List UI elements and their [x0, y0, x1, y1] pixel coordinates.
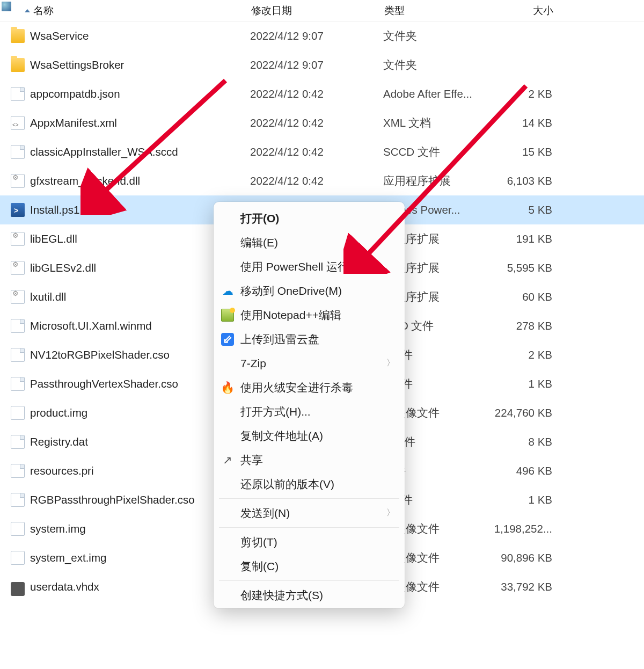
menu-share[interactable]: ↗共享: [214, 448, 405, 472]
column-header-row: 名称 修改日期 类型 大小: [0, 0, 644, 21]
file-icon: [11, 493, 25, 507]
menu-restore[interactable]: 还原以前的版本(V): [214, 472, 405, 496]
file-size: 5 KB: [488, 203, 558, 216]
file-size: 191 KB: [488, 232, 558, 245]
file-name: gfxstream_backend.dll: [30, 174, 250, 187]
menu-shortcut[interactable]: 创建快捷方式(S): [214, 583, 405, 607]
gear-icon: [11, 261, 25, 275]
img-icon: [11, 551, 25, 565]
menu-separator: [219, 580, 399, 581]
menu-notepadpp[interactable]: 使用Notepad++编辑: [214, 303, 405, 327]
file-icon: [11, 464, 25, 478]
file-row[interactable]: appcompatdb.json2022/4/12 0:42Adobe Afte…: [0, 79, 644, 108]
file-size: 90,896 KB: [488, 551, 558, 564]
file-size: 1 KB: [488, 377, 558, 390]
menu-openwith[interactable]: 打开方式(H)...: [214, 399, 405, 424]
file-name: WsaService: [30, 30, 250, 42]
column-date[interactable]: 修改日期: [251, 4, 384, 18]
xunlei-icon: ⇙: [221, 333, 234, 346]
file-size: 2 KB: [488, 348, 558, 361]
file-row[interactable]: WsaSettingsBroker2022/4/12 9:07文件夹: [0, 50, 644, 79]
file-date: 2022/4/12 0:42: [250, 146, 383, 158]
menu-copyaddr[interactable]: 复制文件地址(A): [214, 424, 405, 448]
file-row[interactable]: gfxstream_backend.dll2022/4/12 0:42应用程序扩…: [0, 166, 644, 195]
folder-icon: [11, 58, 25, 72]
menu-7zip[interactable]: 7-Zip〉: [214, 351, 405, 375]
file-size: 60 KB: [488, 290, 558, 303]
file-size: 1 KB: [488, 493, 558, 506]
menu-separator: [219, 498, 399, 499]
submenu-arrow-icon: 〉: [386, 358, 395, 369]
file-type: Adobe After Effe...: [383, 88, 488, 100]
file-name: WsaSettingsBroker: [30, 59, 250, 71]
menu-huorong[interactable]: 🔥使用火绒安全进行杀毒: [214, 375, 405, 399]
menu-copy[interactable]: 复制(C): [214, 554, 405, 578]
share-icon: ↗: [221, 454, 234, 467]
file-size: 6,103 KB: [488, 174, 558, 187]
file-date: 2022/4/12 0:42: [250, 117, 383, 129]
file-icon: [11, 348, 25, 362]
file-date: 2022/4/12 9:07: [250, 30, 383, 42]
file-size: 1,198,252...: [488, 522, 558, 535]
file-icon: [11, 377, 25, 391]
file-type: XML 文档: [383, 115, 488, 130]
column-type[interactable]: 类型: [384, 4, 489, 18]
file-size: 2 KB: [488, 88, 558, 100]
file-icon: [11, 87, 25, 101]
file-row[interactable]: AppxManifest.xml2022/4/12 0:42XML 文档14 K…: [0, 108, 644, 137]
gear-icon: [11, 290, 25, 304]
file-size: 224,760 KB: [488, 406, 558, 419]
file-name: AppxManifest.xml: [30, 117, 250, 129]
file-type: SCCD 文件: [383, 144, 488, 159]
file-size: 15 KB: [488, 146, 558, 158]
submenu-arrow-icon: 〉: [386, 507, 395, 519]
file-size: 5,595 KB: [488, 261, 558, 274]
file-row[interactable]: WsaService2022/4/12 9:07文件夹: [0, 21, 644, 50]
file-name: appcompatdb.json: [30, 88, 250, 100]
img-icon: [11, 406, 25, 420]
column-name[interactable]: 名称: [0, 4, 251, 18]
file-size: 33,792 KB: [488, 580, 558, 593]
file-date: 2022/4/12 0:42: [250, 174, 383, 187]
menu-xunlei[interactable]: ⇙上传到迅雷云盘: [214, 327, 405, 351]
file-size: 278 KB: [488, 319, 558, 332]
menu-sendto[interactable]: 发送到(N)〉: [214, 501, 405, 525]
file-type: 文件夹: [383, 57, 488, 72]
file-size: 14 KB: [488, 117, 558, 129]
ps1-icon: [11, 203, 25, 217]
file-size: 8 KB: [488, 435, 558, 448]
gear-icon: [11, 174, 25, 188]
file-size: 496 KB: [488, 464, 558, 477]
menu-separator: [219, 527, 399, 528]
context-menu: 打开(O) 编辑(E) 使用 PowerShell 运行 ☁移动到 OneDri…: [214, 202, 405, 608]
column-size[interactable]: 大小: [489, 4, 559, 18]
menu-edit[interactable]: 编辑(E): [214, 230, 405, 254]
folder-icon: [11, 29, 25, 43]
file-row[interactable]: classicAppInstaller_WSA.sccd2022/4/12 0:…: [0, 137, 644, 166]
menu-open[interactable]: 打开(O): [214, 206, 405, 230]
onedrive-icon: ☁: [221, 285, 234, 297]
gear-icon: [11, 232, 25, 246]
menu-onedrive[interactable]: ☁移动到 OneDrive(M): [214, 279, 405, 303]
menu-run-powershell[interactable]: 使用 PowerShell 运行: [214, 254, 405, 279]
vhdx-icon: [11, 582, 25, 596]
xml-icon: [11, 116, 25, 130]
notepadpp-icon: [221, 309, 234, 322]
menu-cut[interactable]: 剪切(T): [214, 530, 405, 554]
file-type: 文件夹: [383, 28, 488, 43]
file-icon: [11, 319, 25, 333]
img-icon: [11, 522, 25, 536]
file-icon: [11, 435, 25, 449]
sort-asc-icon: [25, 9, 30, 12]
file-date: 2022/4/12 0:42: [250, 88, 383, 100]
file-name: classicAppInstaller_WSA.sccd: [30, 146, 250, 158]
huorong-icon: 🔥: [221, 381, 234, 394]
file-icon: [11, 145, 25, 159]
file-date: 2022/4/12 9:07: [250, 59, 383, 71]
file-type: 应用程序扩展: [383, 173, 488, 188]
